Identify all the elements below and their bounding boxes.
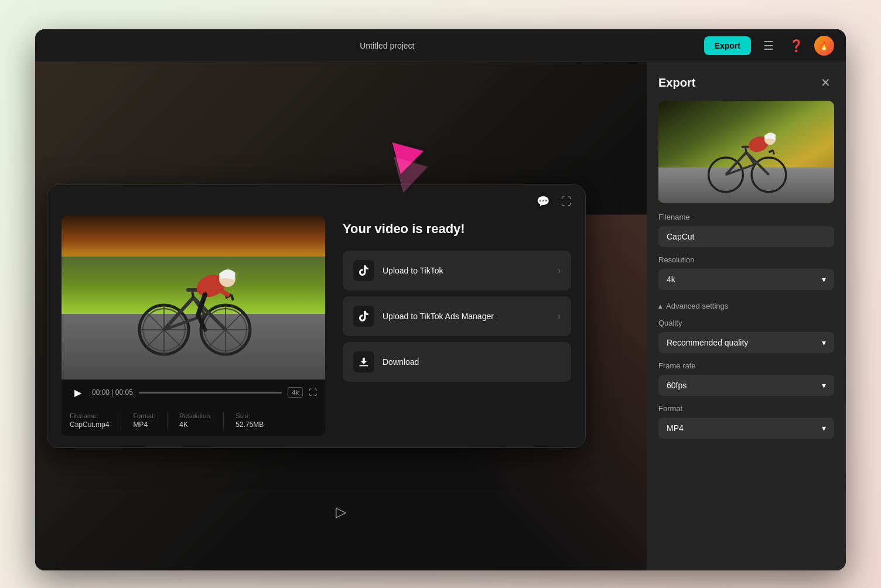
time-current: 00:00 | 00:05 [92,388,133,396]
quality-chevron-icon: ▾ [822,338,826,347]
size-label: Size: [235,412,264,419]
panel-preview-cyclist [699,111,793,193]
format-value: MP4 [133,421,155,429]
svg-line-32 [773,150,774,154]
project-title: Untitled project [360,41,414,50]
cyclist-background [62,216,325,380]
svg-line-9 [231,295,233,300]
avatar-icon: 🔥 [819,41,829,50]
upload-ads-button[interactable]: Upload to TikTok Ads Manager › [343,296,571,336]
separator-2 [167,412,168,429]
file-info: Filename: CapCut.mp4 Format: MP4 [62,405,325,436]
tiktok-icon-container [353,260,374,281]
menu-icon-btn[interactable]: ☰ [758,35,779,56]
app-window: Untitled project Export ☰ ❓ 🔥 ▷ [35,29,846,570]
top-bar-actions: Export ☰ ❓ 🔥 [704,35,834,56]
advanced-settings-label: Advanced settings [666,302,728,310]
video-modal: 💬 ⛶ [47,184,586,448]
modal-top-bar: 💬 ⛶ [47,185,585,216]
resolution-chevron-icon: ▾ [822,275,826,284]
center-play-button[interactable]: ▷ [329,500,353,524]
filename-value: CapCut.mp4 [70,421,109,429]
download-label: Download [383,357,419,367]
framerate-select[interactable]: 60fps ▾ [658,375,834,396]
quality-value: Recommended quality [667,338,748,347]
framerate-value: 60fps [667,381,687,390]
feedback-icon: 💬 [537,195,549,208]
play-icon: ▷ [336,504,346,520]
framerate-label: Frame rate [658,361,834,370]
progress-bar[interactable] [139,392,282,394]
ads-arrow-icon: › [558,311,561,322]
download-icon-container [353,351,374,372]
format-label: Format [658,404,834,413]
help-icon: ❓ [789,39,804,53]
separator-3 [223,412,224,429]
format-label: Format: [133,412,155,419]
framerate-chevron-icon: ▾ [822,381,826,390]
tiktok-ads-icon-container [353,306,374,327]
filename-field-group: Filename [647,213,846,255]
cyclist-svg [129,239,258,356]
file-info-resolution: Resolution: 4K [179,412,211,429]
file-info-size: Size: 52.75MB [235,412,264,429]
resolution-field-group: Resolution 4k ▾ [647,255,846,298]
filename-label: Filename: [70,412,109,419]
resolution-value: 4k [667,275,675,284]
fullscreen-icon-btn[interactable]: ⛶ [557,192,576,211]
upload-ads-left: Upload to TikTok Ads Manager [353,306,494,327]
advanced-settings-toggle[interactable]: ▴ Advanced settings [647,298,846,319]
help-icon-btn[interactable]: ❓ [786,35,807,56]
video-player: ▶ 00:00 | 00:05 4k ⛶ [62,216,325,436]
background-area: ▷ 💬 ⛶ [35,62,647,570]
top-bar: Untitled project Export ☰ ❓ 🔥 [35,29,846,62]
tiktok-icon [357,264,370,277]
upload-tiktok-button[interactable]: Upload to TikTok › [343,251,571,290]
size-value: 52.75MB [235,421,264,429]
framerate-field-group: Frame rate 60fps ▾ [647,361,846,404]
ready-title: Your video is ready! [343,221,571,237]
filename-input[interactable] [658,226,834,247]
close-panel-button[interactable]: ✕ [817,74,834,91]
format-value: MP4 [667,423,684,433]
export-panel: Export ✕ [647,62,846,570]
tiktok-arrow-icon: › [558,265,561,276]
avatar-button[interactable]: 🔥 [814,36,834,56]
menu-icon: ☰ [763,39,774,53]
panel-preview [658,101,834,203]
download-left: Download [353,351,419,372]
resolution-label: Resolution [658,255,834,264]
video-frame [62,216,325,380]
video-controls: ▶ 00:00 | 00:05 4k ⛶ [62,380,325,405]
modal-body: ▶ 00:00 | 00:05 4k ⛶ [47,216,585,447]
upload-tiktok-label: Upload to TikTok [383,266,443,275]
filename-label: Filename [658,213,834,221]
panel-title: Export [658,76,695,90]
format-field-group: Format MP4 ▾ [647,404,846,447]
panel-header: Export ✕ [647,62,846,101]
separator-1 [121,412,121,429]
resolution-value: 4K [179,421,211,429]
download-icon [357,355,370,368]
quality-field-group: Quality Recommended quality ▾ [647,319,846,361]
resolution-select[interactable]: 4k ▾ [658,269,834,290]
format-select[interactable]: MP4 ▾ [658,418,834,439]
upload-ads-label: Upload to TikTok Ads Manager [383,312,494,321]
format-chevron-icon: ▾ [822,423,826,433]
fullscreen-expand-icon: ⛶ [309,388,317,397]
feedback-icon-btn[interactable]: 💬 [534,192,552,211]
download-button[interactable]: Download [343,342,571,382]
quality-select[interactable]: Recommended quality ▾ [658,332,834,353]
file-info-format: Format: MP4 [133,412,155,429]
content-area: ▷ 💬 ⛶ [35,62,846,570]
file-info-filename: Filename: CapCut.mp4 [70,412,109,429]
close-icon: ✕ [821,76,831,90]
fullscreen-icon: ⛶ [561,196,572,208]
tiktok-ads-icon [357,310,370,323]
upload-tiktok-left: Upload to TikTok [353,260,443,281]
quality-badge: 4k [288,387,303,398]
quality-label: Quality [658,319,834,327]
export-button[interactable]: Export [704,36,751,55]
fullscreen-button[interactable]: ⛶ [309,388,317,397]
play-pause-button[interactable]: ▶ [70,384,86,401]
